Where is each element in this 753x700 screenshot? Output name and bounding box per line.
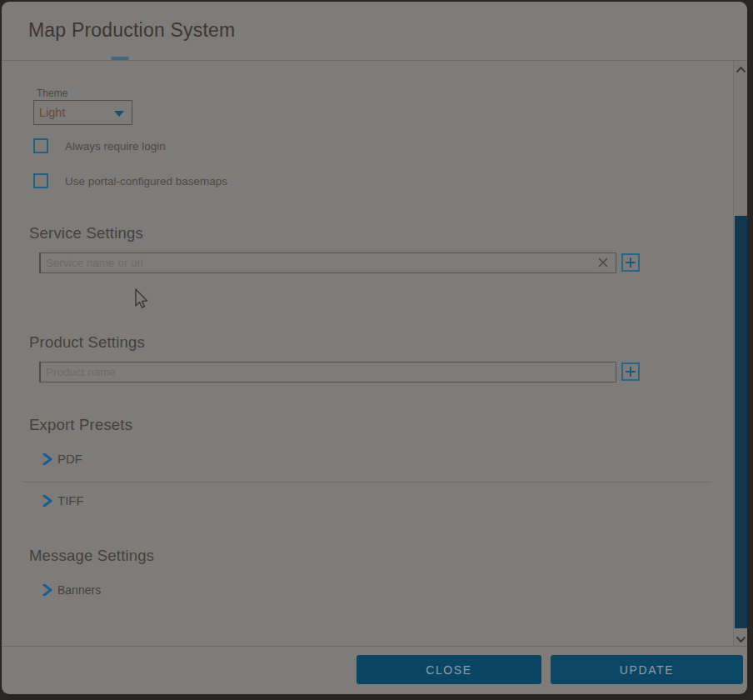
map-production-system-dialog: Map Production System Theme Light Always… [2,2,747,694]
clear-icon[interactable] [596,255,611,270]
scroll-down-button[interactable] [734,631,747,648]
product-name-input[interactable] [39,362,616,382]
expand-row-label: PDF [57,452,82,466]
caret-down-icon [114,111,124,117]
chevron-up-icon [736,67,746,72]
theme-label: Theme [37,88,67,99]
add-product-button[interactable] [621,362,640,381]
use-portal-basemaps-checkbox[interactable] [33,173,48,188]
service-settings-heading: Service Settings [29,224,143,242]
mouse-cursor [132,288,149,311]
scroll-up-button[interactable] [734,61,747,78]
chevron-right-icon [42,495,52,507]
preset-divider [22,482,711,482]
chevron-right-icon [42,584,52,596]
checkbox-label: Always require login [65,140,166,152]
export-presets-heading: Export Presets [29,416,132,434]
plus-icon [626,367,636,377]
checkbox-label: Use portal-configured basemaps [65,175,227,188]
checkbox-row-always-require-login[interactable]: Always require login [33,138,166,153]
expand-row-label: Banners [57,583,101,597]
chevron-down-icon [736,637,746,642]
chevron-right-icon [42,453,52,465]
add-service-button[interactable] [621,253,640,272]
close-button[interactable]: CLOSE [357,655,541,684]
clipped-scrolled-element [111,57,129,60]
footer-divider [2,646,747,647]
always-require-login-checkbox[interactable] [33,138,48,153]
dialog-title: Map Production System [28,19,235,42]
expand-row-pdf[interactable]: PDF [42,452,82,466]
theme-select[interactable]: Light [33,100,132,125]
update-button[interactable]: UPDATE [551,655,743,684]
header-divider [2,60,747,61]
product-settings-heading: Product Settings [29,333,145,352]
vertical-scrollbar[interactable] [733,61,747,648]
expand-row-banners[interactable]: Banners [42,583,101,597]
scrollbar-thumb[interactable] [735,216,747,628]
message-settings-heading: Message Settings [29,547,154,565]
service-name-input[interactable] [39,252,616,273]
expand-row-tiff[interactable]: TIFF [42,493,84,508]
theme-selected-value: Light [39,106,65,119]
plus-icon [626,258,636,268]
checkbox-row-portal-basemaps[interactable]: Use portal-configured basemaps [33,173,227,188]
expand-row-label: TIFF [57,493,84,508]
